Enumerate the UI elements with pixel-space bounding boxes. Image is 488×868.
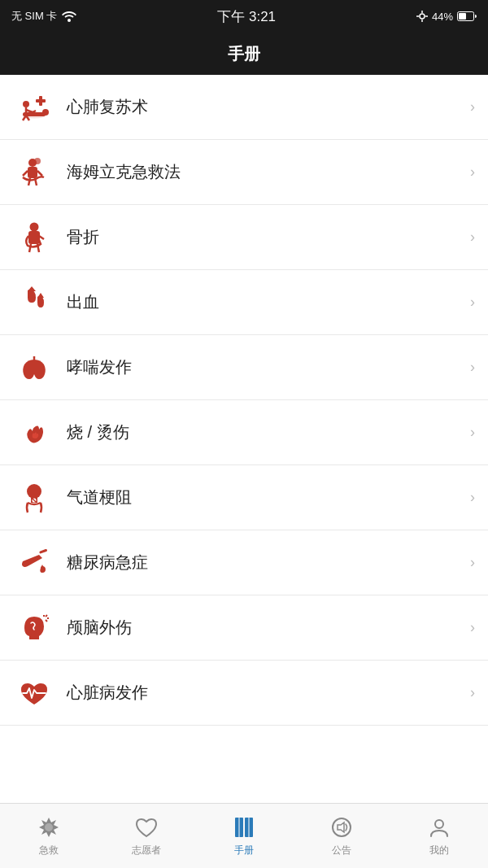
svg-line-36 xyxy=(46,615,47,617)
heimlich-label: 海姆立克急救法 xyxy=(67,161,470,183)
tab-profile-label: 我的 xyxy=(429,844,449,857)
status-left: 无 SIM 卡 xyxy=(11,9,76,24)
first-aid-icon xyxy=(36,814,62,840)
svg-point-26 xyxy=(30,222,39,231)
cpr-label: 心肺复苏术 xyxy=(67,96,470,118)
svg-point-25 xyxy=(34,158,41,164)
svg-line-29 xyxy=(29,244,31,252)
location-icon xyxy=(416,11,428,22)
bleeding-icon xyxy=(13,281,55,324)
heimlich-chevron: › xyxy=(470,164,475,181)
list-item[interactable]: 哮喘发作 › xyxy=(0,335,488,400)
tab-profile[interactable]: 我的 xyxy=(390,814,488,857)
airway-label: 气道梗阻 xyxy=(67,486,470,508)
svg-line-38 xyxy=(46,620,47,622)
svg-point-31 xyxy=(27,484,41,499)
cpr-chevron: › xyxy=(470,98,475,116)
status-bar: 无 SIM 卡 下午 3:21 44% xyxy=(0,0,488,33)
nav-bar: 手册 xyxy=(0,33,488,75)
svg-line-16 xyxy=(33,111,36,112)
list-item[interactable]: 颅脑外伤 › xyxy=(0,595,488,661)
battery-icon xyxy=(457,11,477,21)
announcement-icon xyxy=(329,814,355,840)
status-time: 下午 3:21 xyxy=(217,7,276,26)
list-item[interactable]: 海姆立克急救法 › xyxy=(0,140,488,205)
svg-point-40 xyxy=(45,823,53,831)
tab-volunteer[interactable]: 志愿者 xyxy=(98,814,195,857)
headinjury-label: 颅脑外伤 xyxy=(67,617,470,639)
list-item[interactable]: 出血 › xyxy=(0,270,488,335)
list-item[interactable]: 心脏病发作 › xyxy=(0,661,488,726)
heartattack-label: 心脏病发作 xyxy=(67,682,470,704)
fracture-label: 骨折 xyxy=(67,226,470,248)
fracture-chevron: › xyxy=(470,229,475,246)
svg-rect-20 xyxy=(28,167,37,178)
asthma-label: 哮喘发作 xyxy=(67,356,470,378)
handbook-icon xyxy=(231,814,257,840)
asthma-icon xyxy=(13,347,55,389)
tab-volunteer-label: 志愿者 xyxy=(132,844,161,857)
tab-first-aid-label: 急救 xyxy=(39,844,59,857)
diabetes-icon xyxy=(13,542,55,584)
svg-rect-35 xyxy=(39,548,47,553)
tab-bar: 急救 志愿者 手册 公告 xyxy=(0,803,488,868)
menu-list: 心肺复苏术 › 海姆立克急救法 › xyxy=(0,75,488,803)
page-title: 手册 xyxy=(228,43,260,65)
bleeding-label: 出血 xyxy=(67,291,470,313)
tab-first-aid[interactable]: 急救 xyxy=(0,814,98,857)
cpr-icon xyxy=(13,86,55,129)
burn-icon xyxy=(13,412,55,454)
tab-announcement[interactable]: 公告 xyxy=(293,814,390,857)
list-item[interactable]: 心肺复苏术 › xyxy=(0,75,488,140)
airway-chevron: › xyxy=(470,489,475,506)
tab-handbook[interactable]: 手册 xyxy=(195,814,293,857)
list-item[interactable]: 糖尿病急症 › xyxy=(0,530,488,595)
svg-line-21 xyxy=(23,171,28,176)
diabetes-chevron: › xyxy=(470,554,475,571)
burn-chevron: › xyxy=(470,424,475,441)
heimlich-icon xyxy=(13,151,55,194)
svg-point-47 xyxy=(435,820,443,828)
svg-point-1 xyxy=(420,14,425,19)
battery-label: 44% xyxy=(432,11,453,23)
asthma-chevron: › xyxy=(470,359,475,376)
heartattack-icon xyxy=(13,672,55,714)
svg-rect-18 xyxy=(36,99,46,103)
status-right: 44% xyxy=(416,11,477,23)
profile-icon xyxy=(426,814,452,840)
svg-point-45 xyxy=(333,818,351,836)
airway-icon xyxy=(13,477,55,519)
svg-point-0 xyxy=(68,19,71,22)
wifi-icon xyxy=(62,11,76,22)
list-item[interactable]: 骨折 › xyxy=(0,205,488,270)
burn-label: 烧 / 烫伤 xyxy=(67,421,470,443)
svg-point-10 xyxy=(42,109,49,116)
list-item[interactable]: 气道梗阻 › xyxy=(0,465,488,530)
svg-marker-46 xyxy=(338,822,344,832)
bleeding-chevron: › xyxy=(470,294,475,311)
list-item[interactable]: 烧 / 烫伤 › xyxy=(0,400,488,465)
tab-handbook-label: 手册 xyxy=(234,844,254,857)
headinjury-chevron: › xyxy=(470,619,475,636)
fracture-icon xyxy=(13,216,55,259)
headinjury-icon xyxy=(13,607,55,649)
svg-point-11 xyxy=(23,101,29,107)
no-sim-label: 无 SIM 卡 xyxy=(11,9,57,24)
diabetes-label: 糖尿病急症 xyxy=(67,552,470,574)
svg-rect-7 xyxy=(459,13,466,20)
tab-announcement-label: 公告 xyxy=(332,844,351,857)
svg-line-22 xyxy=(37,171,42,176)
volunteer-icon xyxy=(133,814,159,840)
heartattack-chevron: › xyxy=(470,684,475,701)
